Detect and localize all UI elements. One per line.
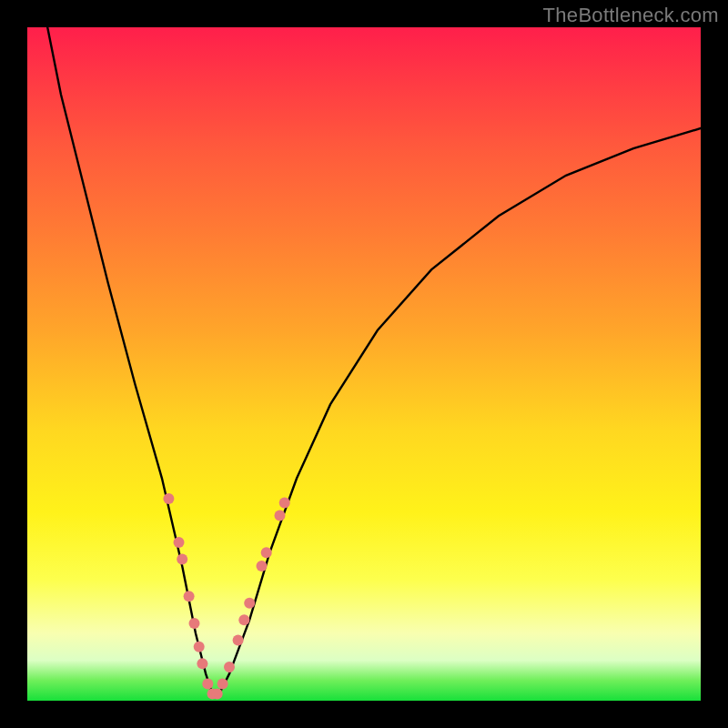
highlight-point <box>238 614 249 625</box>
highlight-point <box>194 642 205 652</box>
chart-frame: TheBottleneck.com <box>0 0 728 728</box>
highlight-point <box>257 561 268 571</box>
highlight-point <box>163 493 174 504</box>
bottleneck-curve <box>47 27 701 694</box>
highlight-point <box>233 634 244 645</box>
plot-area <box>27 27 701 701</box>
highlight-point <box>174 537 185 548</box>
highlight-point <box>184 591 195 602</box>
highlight-point <box>224 662 235 672</box>
highlight-point <box>217 679 228 690</box>
curve-svg <box>27 27 701 701</box>
watermark-text: TheBottleneck.com <box>543 4 719 27</box>
highlight-point <box>244 598 255 609</box>
highlight-point <box>177 554 187 565</box>
highlight-point <box>279 497 290 508</box>
highlight-point <box>212 689 223 700</box>
highlight-point <box>261 547 272 558</box>
highlight-point <box>189 618 200 629</box>
highlight-point <box>197 658 207 669</box>
highlight-point <box>202 679 213 690</box>
highlight-points <box>163 493 289 700</box>
highlight-point <box>275 511 286 521</box>
